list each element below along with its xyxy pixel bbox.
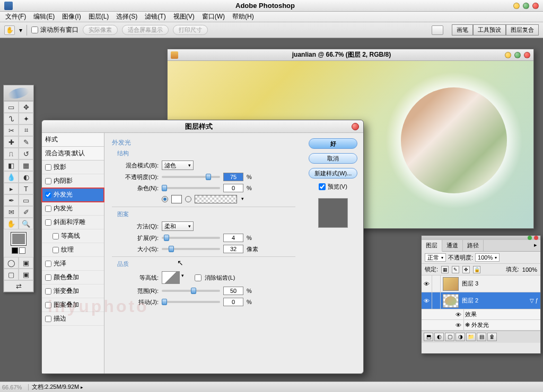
crop-tool[interactable]: ✂ <box>4 124 19 136</box>
preview-checkbox[interactable]: 预览(V) <box>319 183 347 191</box>
range-slider[interactable] <box>162 290 220 292</box>
style-checkbox-2[interactable] <box>45 192 51 198</box>
eraser-tool[interactable]: ◧ <box>4 159 19 171</box>
style-checkbox-7[interactable] <box>45 261 51 267</box>
print-size-button[interactable]: 打印尺寸 <box>173 25 208 35</box>
heal-tool[interactable]: ✚ <box>4 136 19 148</box>
path-select-tool[interactable]: ▸ <box>4 183 19 194</box>
menu-item-3[interactable]: 图层(L) <box>85 11 112 22</box>
style-item-10[interactable]: 图案叠加 <box>42 298 104 312</box>
fx-indicator[interactable]: ▽ ƒ <box>530 298 540 304</box>
layer-comps-tab[interactable]: 图层复合 <box>506 24 539 35</box>
screen-mode-2[interactable]: ▣ <box>19 269 33 280</box>
size-slider[interactable] <box>162 248 220 250</box>
tab-channels[interactable]: 通道 <box>442 240 463 251</box>
doc-maximize[interactable] <box>514 52 521 58</box>
style-item-8[interactable]: 颜色叠加 <box>42 271 104 284</box>
style-checkbox-3[interactable] <box>45 206 51 212</box>
style-checkbox-1[interactable] <box>45 178 51 184</box>
zoom-tool[interactable]: 🔍 <box>19 218 33 229</box>
screen-mode-1[interactable]: ▢ <box>4 269 19 280</box>
layer-mask-icon[interactable]: ▢ <box>445 333 454 341</box>
hand-tool-icon[interactable]: ✋ <box>4 25 15 35</box>
color-swatch[interactable] <box>4 229 33 257</box>
delete-layer-icon[interactable]: 🗑 <box>487 333 497 341</box>
style-checkbox-5[interactable] <box>52 233 59 239</box>
glow-color-chip[interactable] <box>171 195 182 203</box>
style-item-6[interactable]: 纹理 <box>42 243 104 257</box>
brushes-tab[interactable]: 画笔 <box>452 24 473 35</box>
print-icon[interactable] <box>432 25 443 35</box>
history-brush-tool[interactable]: ↺ <box>19 148 33 159</box>
foreground-color[interactable] <box>11 233 26 245</box>
jitter-value[interactable]: 0 <box>223 298 243 306</box>
fill-value[interactable]: 100% <box>522 266 537 273</box>
blend-options-default[interactable]: 混合选项:默认 <box>42 147 104 161</box>
default-colors-icon[interactable] <box>12 247 18 254</box>
style-checkbox-0[interactable] <box>45 164 51 171</box>
blend-mode-combo[interactable]: 正常 <box>425 253 446 262</box>
eyedropper-tool[interactable]: ✐ <box>19 206 33 218</box>
menu-item-4[interactable]: 选择(S) <box>113 11 141 22</box>
close-button[interactable] <box>532 3 539 9</box>
doc-close[interactable] <box>524 52 530 58</box>
style-checkbox-6[interactable] <box>52 247 59 253</box>
layer-opacity-value[interactable]: 100% <box>475 253 500 262</box>
style-checkbox-9[interactable] <box>45 288 51 295</box>
blur-tool[interactable]: 💧 <box>4 171 19 183</box>
layer-row-3[interactable]: 👁❋ 外发光 <box>422 320 540 331</box>
style-item-4[interactable]: 斜面和浮雕 <box>42 216 104 229</box>
minimize-button[interactable] <box>513 3 520 9</box>
opacity-slider[interactable] <box>162 176 220 178</box>
doc-minimize[interactable] <box>505 52 511 58</box>
visibility-icon[interactable]: 👁 <box>422 292 432 309</box>
contour-picker[interactable] <box>162 271 180 284</box>
type-tool[interactable]: T <box>19 183 33 194</box>
new-style-button[interactable]: 新建样式(W)... <box>309 168 357 179</box>
layer-style-icon[interactable]: ◐ <box>434 333 444 341</box>
fit-screen-button[interactable]: 适合屏幕显示 <box>122 25 169 35</box>
menu-item-5[interactable]: 滤镜(T) <box>142 11 169 22</box>
antialias-checkbox[interactable] <box>195 274 202 281</box>
ok-button[interactable]: 好 <box>309 138 357 149</box>
panel-titlebar[interactable] <box>422 236 540 240</box>
hand-tool[interactable]: ✋ <box>4 218 19 229</box>
technique-select[interactable]: 柔和 <box>162 221 194 231</box>
lock-pixels-icon[interactable]: ✎ <box>452 266 459 273</box>
noise-value[interactable]: 0 <box>223 184 243 192</box>
jump-to-imageready[interactable]: ⇄ <box>4 280 33 292</box>
style-item-3[interactable]: 内发光 <box>42 202 104 216</box>
tool-presets-tab[interactable]: 工具预设 <box>473 24 506 35</box>
opacity-value[interactable]: 75 <box>223 173 243 181</box>
tab-layers[interactable]: 图层 <box>422 240 442 252</box>
style-item-9[interactable]: 渐变叠加 <box>42 284 104 298</box>
swap-colors-icon[interactable] <box>19 247 25 254</box>
layer-thumb[interactable] <box>443 277 459 291</box>
menu-item-2[interactable]: 图像(I) <box>59 11 84 22</box>
style-checkbox-4[interactable] <box>45 219 51 226</box>
adjustment-layer-icon[interactable]: ◑ <box>456 333 465 341</box>
blend-mode-select[interactable]: 滤色 <box>162 161 194 170</box>
new-group-icon[interactable]: 📁 <box>466 333 476 341</box>
glow-gradient-chip[interactable] <box>195 195 237 203</box>
stamp-tool[interactable]: ⎍ <box>4 148 19 159</box>
lock-position-icon[interactable]: ✥ <box>462 266 470 273</box>
link-layers-icon[interactable]: ⬒ <box>424 333 433 341</box>
noise-slider[interactable] <box>162 187 220 189</box>
notes-tool[interactable]: ✉ <box>4 206 19 218</box>
menu-item-1[interactable]: 编辑(E) <box>30 11 58 22</box>
gradient-tool[interactable]: ▦ <box>19 159 33 171</box>
style-item-0[interactable]: 投影 <box>42 161 104 174</box>
panel-menu-icon[interactable]: ▸ <box>531 240 540 251</box>
range-value[interactable]: 50 <box>223 287 243 295</box>
slice-tool[interactable]: ⌗ <box>19 124 33 136</box>
spread-slider[interactable] <box>162 237 220 239</box>
actual-pixels-button[interactable]: 实际像素 <box>83 25 118 35</box>
wand-tool[interactable]: ✦ <box>19 113 33 124</box>
style-item-11[interactable]: 描边 <box>42 312 104 326</box>
layer-row-2[interactable]: 👁效果 <box>422 309 540 320</box>
lasso-tool[interactable]: ᔐ <box>4 113 19 124</box>
spread-value[interactable]: 4 <box>223 234 243 242</box>
shape-tool[interactable]: ▭ <box>19 194 33 206</box>
style-checkbox-8[interactable] <box>45 274 51 281</box>
